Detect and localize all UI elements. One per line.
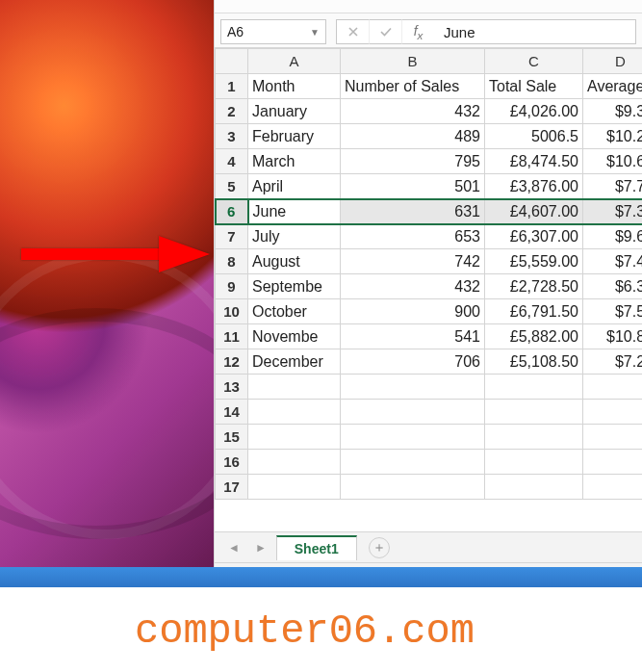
row-header[interactable]: 13 [216, 375, 248, 400]
row-header[interactable]: 15 [216, 425, 248, 450]
cell[interactable]: October [248, 299, 341, 324]
row-header[interactable]: 14 [216, 400, 248, 425]
cell[interactable] [583, 400, 643, 425]
cell[interactable]: $10.66 [583, 149, 643, 174]
cell[interactable] [341, 425, 485, 450]
cell[interactable]: 432 [341, 274, 485, 299]
cell[interactable] [485, 400, 583, 425]
cell[interactable]: £4,026.00 [485, 99, 583, 124]
spreadsheet-grid[interactable]: A B C D 1MonthNumber of SalesTotal SaleA… [215, 48, 642, 531]
cell[interactable]: £5,108.50 [485, 349, 583, 375]
cell[interactable]: £6,307.00 [485, 224, 583, 249]
cell[interactable]: $7.74 [583, 174, 643, 199]
col-header-D[interactable]: D [583, 49, 643, 74]
cancel-button[interactable] [336, 19, 369, 44]
row-header[interactable]: 11 [216, 324, 248, 349]
cell[interactable]: Month [248, 74, 341, 99]
row-header[interactable]: 6 [216, 199, 248, 224]
cell[interactable]: 900 [341, 299, 485, 324]
cell[interactable] [341, 375, 485, 400]
cell[interactable]: £8,474.50 [485, 149, 583, 174]
cell[interactable]: £2,728.50 [485, 274, 583, 299]
cell[interactable]: 5006.5 [485, 124, 583, 149]
name-box[interactable]: A6 ▼ [220, 19, 326, 44]
cell[interactable]: $7.49 [583, 249, 643, 274]
cell[interactable] [341, 450, 485, 475]
cell[interactable]: 706 [341, 349, 485, 375]
cell[interactable]: $9.66 [583, 224, 643, 249]
cell[interactable]: £3,876.00 [485, 174, 583, 199]
cell[interactable]: 501 [341, 174, 485, 199]
cell[interactable]: $10.87 [583, 324, 643, 349]
cell[interactable]: 795 [341, 149, 485, 174]
cell[interactable]: £5,559.00 [485, 249, 583, 274]
cell[interactable]: 432 [341, 99, 485, 124]
row-header[interactable]: 1 [216, 74, 248, 99]
row-header[interactable]: 10 [216, 299, 248, 324]
cell[interactable] [583, 375, 643, 400]
cell[interactable]: April [248, 174, 341, 199]
cell[interactable] [341, 400, 485, 425]
cell[interactable] [485, 475, 583, 500]
enter-button[interactable] [369, 19, 401, 44]
row-header[interactable]: 8 [216, 249, 248, 274]
cell[interactable] [485, 375, 583, 400]
row-header[interactable]: 2 [216, 99, 248, 124]
cell[interactable]: 489 [341, 124, 485, 149]
cell[interactable]: £6,791.50 [485, 299, 583, 324]
cell[interactable]: 742 [341, 249, 485, 274]
sheet-nav-next-icon[interactable]: ► [249, 541, 272, 555]
cell[interactable] [583, 475, 643, 500]
insert-function-button[interactable]: fx [401, 19, 434, 44]
row-header[interactable]: 9 [216, 274, 248, 299]
cell[interactable]: Novembe [248, 324, 341, 349]
row-header[interactable]: 7 [216, 224, 248, 249]
cell[interactable]: February [248, 124, 341, 149]
row-header[interactable]: 3 [216, 124, 248, 149]
cell[interactable]: December [248, 349, 341, 375]
name-box-dropdown-icon[interactable]: ▼ [310, 27, 320, 38]
cell[interactable]: Septembe [248, 274, 341, 299]
cell[interactable]: 653 [341, 224, 485, 249]
cell[interactable]: March [248, 149, 341, 174]
cell[interactable]: 631 [341, 199, 485, 224]
cell[interactable] [485, 425, 583, 450]
cell[interactable]: Average [583, 74, 643, 99]
cell[interactable]: $7.55 [583, 299, 643, 324]
col-header-A[interactable]: A [248, 49, 341, 74]
cell[interactable]: $6.32 [583, 274, 643, 299]
cell[interactable]: $7.30 [583, 199, 643, 224]
sheet-tab-active[interactable]: Sheet1 [276, 535, 357, 560]
cell[interactable]: $10.24 [583, 124, 643, 149]
formula-bar-input[interactable]: June [434, 19, 636, 44]
cell[interactable] [583, 450, 643, 475]
row-header[interactable]: 12 [216, 349, 248, 375]
cell[interactable]: August [248, 249, 341, 274]
cell[interactable]: 541 [341, 324, 485, 349]
cell[interactable] [583, 425, 643, 450]
cell[interactable]: July [248, 224, 341, 249]
row-header[interactable]: 5 [216, 174, 248, 199]
windows-taskbar[interactable] [0, 567, 642, 588]
cell[interactable] [341, 475, 485, 500]
select-all-corner[interactable] [216, 49, 248, 74]
cell[interactable] [248, 450, 341, 475]
cell[interactable]: January [248, 99, 341, 124]
cell[interactable] [248, 425, 341, 450]
sheet-nav-prev-icon[interactable]: ◄ [222, 541, 245, 555]
cell[interactable]: £5,882.00 [485, 324, 583, 349]
cell[interactable] [248, 475, 341, 500]
cell[interactable]: June [248, 199, 341, 224]
cell[interactable]: $9.32 [583, 99, 643, 124]
col-header-C[interactable]: C [485, 49, 583, 74]
cell[interactable]: Number of Sales [341, 74, 485, 99]
cell[interactable]: £4,607.00 [485, 199, 583, 224]
cell[interactable] [248, 375, 341, 400]
cell[interactable] [485, 450, 583, 475]
row-header[interactable]: 16 [216, 450, 248, 475]
cell[interactable]: $7.24 [583, 349, 643, 375]
row-header[interactable]: 17 [216, 475, 248, 500]
col-header-B[interactable]: B [341, 49, 485, 74]
cell[interactable] [248, 400, 341, 425]
cell[interactable]: Total Sale [485, 74, 583, 99]
